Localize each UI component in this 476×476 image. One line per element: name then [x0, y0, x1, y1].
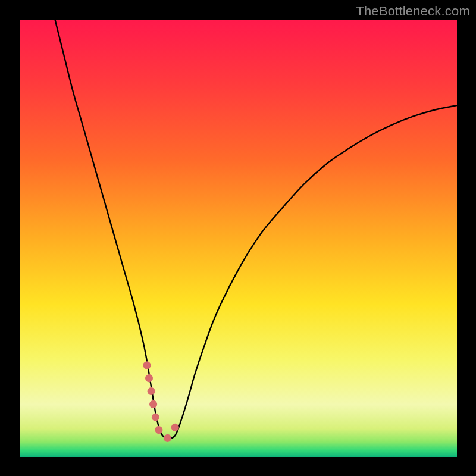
chart-frame: TheBottleneck.com	[0, 0, 476, 476]
watermark-text: TheBottleneck.com	[356, 4, 470, 19]
background-gradient	[20, 20, 457, 457]
plot-area	[20, 20, 457, 457]
chart-svg	[20, 20, 457, 457]
